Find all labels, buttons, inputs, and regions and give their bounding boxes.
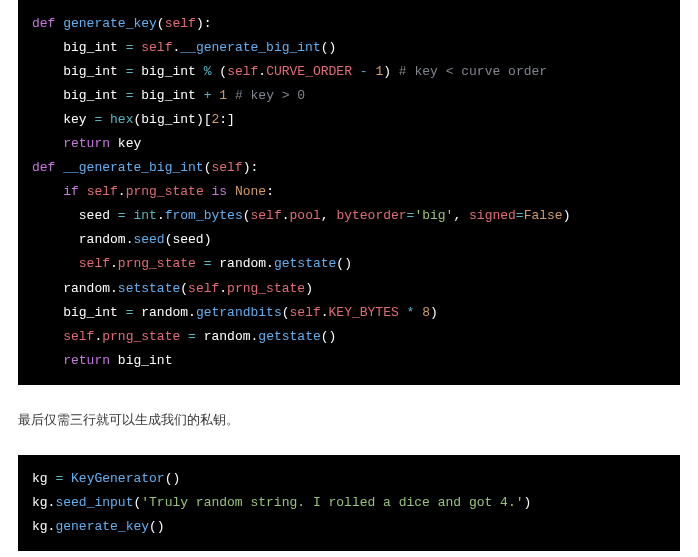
func-name: __generate_big_int — [63, 160, 203, 175]
self: self — [141, 40, 172, 55]
var: big_int — [63, 64, 118, 79]
method: seed_input — [55, 495, 133, 510]
module: random — [63, 281, 110, 296]
method-call: __generate_big_int — [180, 40, 320, 55]
none-literal: None — [235, 184, 266, 199]
self: self — [79, 256, 110, 271]
comment: # key > 0 — [235, 88, 305, 103]
var: big_int — [63, 88, 118, 103]
attr: prng_state — [102, 329, 180, 344]
self: self — [63, 329, 94, 344]
arg: seed — [172, 232, 203, 247]
self-param: self — [165, 16, 196, 31]
self: self — [290, 305, 321, 320]
number: 8 — [422, 305, 430, 320]
var: big_int — [63, 40, 118, 55]
var: big_int — [141, 88, 196, 103]
var: big_int — [63, 305, 118, 320]
attr: CURVE_ORDER — [266, 64, 352, 79]
attr: prng_state — [227, 281, 305, 296]
method: from_bytes — [165, 208, 243, 223]
code-block-2: kg = KeyGenerator() kg.seed_input('Truly… — [18, 455, 680, 551]
var: key — [118, 136, 141, 151]
module: random — [141, 305, 188, 320]
module: random — [219, 256, 266, 271]
method: getrandbits — [196, 305, 282, 320]
keyword-def: def — [32, 160, 55, 175]
var: kg — [32, 519, 48, 534]
method: getstate — [258, 329, 320, 344]
method: setstate — [118, 281, 180, 296]
kwarg: signed — [469, 208, 516, 223]
builtin-int: int — [133, 208, 156, 223]
self: self — [188, 281, 219, 296]
var: key — [63, 112, 86, 127]
method: seed — [133, 232, 164, 247]
builtin: hex — [110, 112, 133, 127]
string: 'big' — [414, 208, 453, 223]
var: big_int — [141, 64, 196, 79]
class-call: KeyGenerator — [71, 471, 165, 486]
keyword-is: is — [212, 184, 228, 199]
comment: # key < curve order — [399, 64, 547, 79]
self: self — [227, 64, 258, 79]
attr: prng_state — [126, 184, 204, 199]
module: random — [79, 232, 126, 247]
self: self — [87, 184, 118, 199]
func-name: generate_key — [63, 16, 157, 31]
kwarg: byteorder — [336, 208, 406, 223]
attr: KEY_BYTES — [329, 305, 399, 320]
arg: big_int — [141, 112, 196, 127]
var: big_int — [118, 353, 173, 368]
var: kg — [32, 495, 48, 510]
keyword-def: def — [32, 16, 55, 31]
keyword-if: if — [63, 184, 79, 199]
module: random — [204, 329, 251, 344]
attr: pool — [290, 208, 321, 223]
keyword-return: return — [63, 353, 110, 368]
number: 1 — [219, 88, 227, 103]
code-block-1: def generate_key(self): big_int = self._… — [18, 0, 680, 385]
attr: prng_state — [118, 256, 196, 271]
prose-text: 最后仅需三行就可以生成我们的私钥。 — [18, 409, 680, 431]
var: kg — [32, 471, 48, 486]
self: self — [251, 208, 282, 223]
method: generate_key — [55, 519, 149, 534]
self-param: self — [211, 160, 242, 175]
string: 'Truly random string. I rolled a dice an… — [141, 495, 523, 510]
bool: False — [524, 208, 563, 223]
var: seed — [79, 208, 110, 223]
keyword-return: return — [63, 136, 110, 151]
method: getstate — [274, 256, 336, 271]
